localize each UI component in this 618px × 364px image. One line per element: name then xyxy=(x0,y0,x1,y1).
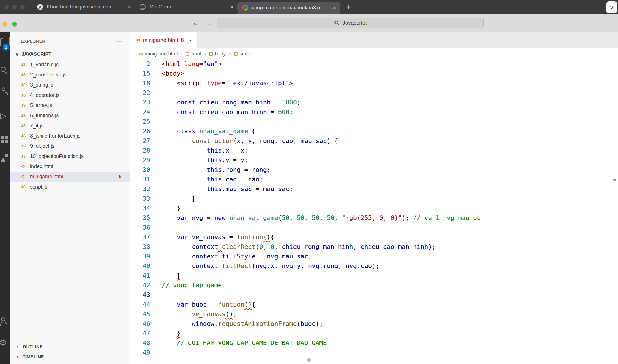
code-line[interactable]: 48 // GOI HAM VONG LAP GAME DE BAT DAU G… xyxy=(130,338,618,348)
code-line[interactable]: 43 xyxy=(130,290,618,300)
outline-section[interactable]: › OUTLINE xyxy=(10,342,130,352)
breadcrumb-item[interactable]: script xyxy=(234,51,252,57)
back-button[interactable]: ← xyxy=(192,18,199,27)
line-number[interactable]: 35 xyxy=(130,213,150,223)
line-number[interactable]: 23 xyxy=(130,98,150,107)
modified-dot-icon[interactable]: ● xyxy=(189,38,192,42)
run-debug-icon[interactable] xyxy=(0,110,10,122)
line-number[interactable]: 41 xyxy=(130,271,150,281)
window-zoom-button[interactable] xyxy=(20,5,25,9)
more-actions-icon[interactable]: ⋯ xyxy=(116,37,123,45)
file-item[interactable]: <>minigame.html8 xyxy=(10,172,130,182)
tab-close-icon[interactable]: × xyxy=(127,4,131,10)
file-item[interactable]: JS10_objectionFunction.js xyxy=(10,151,130,161)
line-number[interactable]: 42 xyxy=(130,281,150,290)
editor-tab-minigame[interactable]: <> minigame.html 8 ● xyxy=(130,32,198,48)
browser-tab[interactable]: chup man hinh macbook m3 p× xyxy=(238,2,340,14)
file-item[interactable]: JSscript.js xyxy=(10,182,130,192)
testing-icon[interactable] xyxy=(0,153,10,166)
file-item[interactable]: JS5_array.js xyxy=(10,100,130,110)
file-item[interactable]: JS8_while For forEach.js xyxy=(10,131,130,141)
line-number[interactable]: 32 xyxy=(130,184,150,194)
line-number[interactable]: 39 xyxy=(130,252,150,261)
file-item[interactable]: JS9_object.js xyxy=(10,141,130,151)
code-line[interactable]: 26 class nhan_vat_game { xyxy=(130,127,618,136)
tab-close-icon[interactable]: × xyxy=(333,5,336,11)
code-line[interactable]: 23 const chieu_rong_man_hinh = 1000; xyxy=(130,98,618,107)
code-line[interactable]: 40 context.fillRect(nvg.x, nvg.y, nvg.ro… xyxy=(130,261,618,271)
file-item[interactable]: JS2_const let va.js xyxy=(10,70,130,80)
timeline-section[interactable]: › TIMELINE xyxy=(10,352,130,362)
line-number[interactable]: 18 xyxy=(130,78,150,88)
code-line[interactable]: 32 this.mau_sac = mau_sac; xyxy=(130,184,618,194)
code-line[interactable]: 25 xyxy=(130,117,618,127)
window-zoom-button[interactable] xyxy=(12,22,17,27)
tab-search-button[interactable]: ∨ xyxy=(606,1,617,13)
command-center[interactable]: Javascript xyxy=(217,18,484,28)
line-number[interactable]: 49 xyxy=(130,348,150,357)
line-number[interactable]: 27 xyxy=(130,136,150,146)
code-line[interactable]: 47 } xyxy=(130,329,618,338)
search-icon[interactable] xyxy=(0,63,10,76)
source-control-icon[interactable] xyxy=(0,87,10,99)
horizontal-scrollbar-thumb[interactable] xyxy=(307,358,311,362)
file-item[interactable]: JS4_operator.js xyxy=(10,90,130,100)
file-item[interactable]: JS1_variable.js xyxy=(10,59,130,70)
code-line[interactable]: 18 <script type="text/javascript"> xyxy=(130,78,618,88)
window-minimize-button[interactable] xyxy=(12,5,17,9)
window-minimize-button[interactable] xyxy=(3,22,7,27)
line-number[interactable]: 44 xyxy=(130,300,150,309)
line-number[interactable]: 36 xyxy=(130,223,150,232)
file-item[interactable]: JS6_funtions.js xyxy=(10,110,130,121)
code-line[interactable]: 15<body> xyxy=(130,69,618,78)
line-number[interactable]: 37 xyxy=(130,232,150,242)
code-line[interactable]: 30 this.rong = rong; xyxy=(130,165,618,175)
code-line[interactable]: 35 var nvg = new nhan_vat_game(50, 50, 5… xyxy=(130,213,618,223)
code-line[interactable]: 36 xyxy=(130,223,618,232)
file-item[interactable]: JS3_string.js xyxy=(10,80,130,90)
line-number[interactable]: 33 xyxy=(130,194,150,204)
line-number[interactable]: 29 xyxy=(130,155,150,165)
line-number[interactable]: 24 xyxy=(130,107,150,117)
folder-section-javascript[interactable]: ∨ JAVASCRIPT xyxy=(10,49,130,59)
code-line[interactable]: 49 xyxy=(130,348,618,357)
code-line[interactable]: 34 } xyxy=(130,204,618,213)
breadcrumb-item[interactable]: <>minigame.html xyxy=(139,51,178,57)
line-number[interactable]: 15 xyxy=(130,69,150,78)
code-line[interactable]: 24 const chieu_cao_man_hinh = 600; xyxy=(130,107,618,117)
line-number[interactable]: 30 xyxy=(130,165,150,175)
line-number[interactable]: 26 xyxy=(130,127,150,136)
line-number[interactable]: 28 xyxy=(130,146,150,155)
new-tab-button[interactable]: + xyxy=(346,3,351,12)
code-line[interactable]: 28 this.x = x; xyxy=(130,146,618,155)
file-item[interactable]: <>index.html xyxy=(10,161,130,172)
breadcrumb-item[interactable]: body xyxy=(209,51,226,57)
code-line[interactable]: 33 } xyxy=(130,194,618,204)
window-close-button[interactable] xyxy=(5,5,9,9)
code-line[interactable]: 22 xyxy=(130,88,618,98)
file-item[interactable]: JS7_if.js xyxy=(10,121,130,131)
code-line[interactable]: 41 } xyxy=(130,271,618,281)
code-line[interactable]: 44 var buoc = funtion(){ xyxy=(130,300,618,309)
forward-button[interactable]: → xyxy=(205,18,212,27)
code-line[interactable]: 45 ve_canvas(); xyxy=(130,309,618,319)
code-line[interactable]: 27 constructor(x, y, rong, cao, mau_sac)… xyxy=(130,136,618,146)
code-line[interactable]: 31 this.cao = cao; xyxy=(130,175,618,184)
scrollbar-marker[interactable] xyxy=(613,179,617,182)
line-number[interactable]: 22 xyxy=(130,88,150,98)
code-line[interactable]: 39 context.fillStyle = nvg.mau_sac; xyxy=(130,252,618,261)
code-line[interactable]: 38 context.clearRect(0, 0, chieu_rong_ma… xyxy=(130,242,618,252)
line-number[interactable]: 48 xyxy=(130,338,150,348)
line-number[interactable]: 31 xyxy=(130,175,150,184)
code-editor[interactable]: 2<html lang="en">15<body>18 <script type… xyxy=(130,59,618,357)
settings-icon[interactable] xyxy=(0,337,10,349)
line-number[interactable]: 45 xyxy=(130,309,150,319)
line-number[interactable]: 46 xyxy=(130,319,150,329)
browser-tab[interactable]: gKhóa học Học javascript căn× xyxy=(33,0,135,14)
account-icon[interactable] xyxy=(0,314,10,327)
extensions-icon[interactable] xyxy=(0,132,10,145)
line-number[interactable]: 40 xyxy=(130,261,150,271)
line-number[interactable]: 47 xyxy=(130,329,150,338)
code-line[interactable]: 2<html lang="en"> xyxy=(130,59,618,69)
breadcrumb-item[interactable]: html xyxy=(186,51,201,57)
